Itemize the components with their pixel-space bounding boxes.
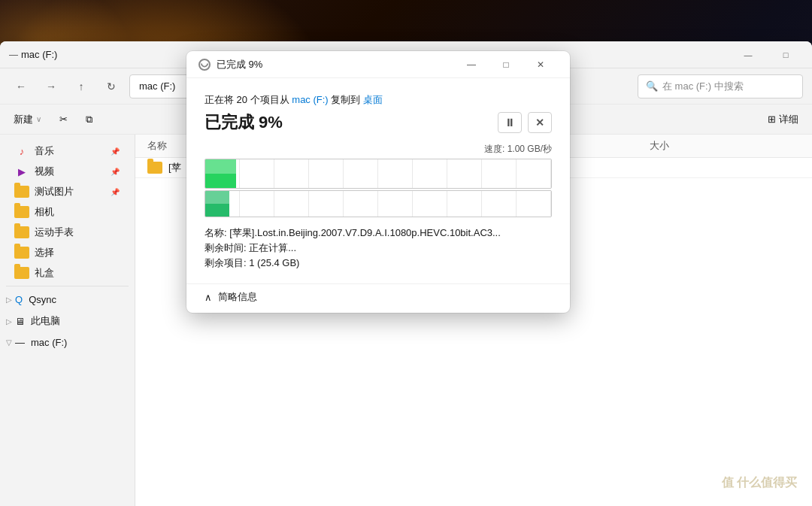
dialog-title-text: 已完成 9% [217, 58, 262, 71]
dialog-titlebar: 已完成 9% — □ ✕ [186, 51, 570, 78]
grid-cell [482, 159, 517, 188]
dialog-body: 正在将 20 个项目从 mac (F:) 复制到 桌面 已完成 9% ⏸ ✕ 速… [186, 78, 570, 283]
forward-button[interactable]: → [39, 74, 63, 98]
dialog-minimize-btn[interactable]: — [454, 53, 489, 77]
sidebar-divider-1 [6, 286, 129, 286]
pause-button[interactable]: ⏸ [498, 112, 522, 133]
folder-icon-row [147, 162, 162, 174]
watermark: 值 什么值得买 [722, 475, 797, 491]
cut-button[interactable]: ✂ [52, 111, 75, 128]
footer-label: 简略信息 [218, 290, 257, 304]
grid-cell-b [447, 191, 482, 217]
pin-icon-video: 📌 [111, 168, 120, 176]
folder-icon-camera [15, 205, 29, 219]
dialog-footer[interactable]: ∧ 简略信息 [186, 283, 570, 313]
grid-cell-b [517, 191, 551, 217]
sidebar-item-watch[interactable]: 运动手表 [3, 223, 132, 242]
folder-icon-gift [15, 266, 29, 280]
sidebar-section-mac[interactable]: ▽ — mac (F:) [0, 332, 135, 353]
grid-cell-b [378, 191, 413, 217]
explorer-titlebar-controls: — □ [731, 43, 803, 67]
dialog-controls: — □ ✕ [454, 53, 558, 77]
progress-fill-highlight-b [205, 191, 229, 204]
grid-cell [240, 159, 274, 188]
pc-icon: 🖥 [15, 316, 25, 327]
progress-fill-bottom [205, 191, 229, 217]
source-link[interactable]: mac (F:) [292, 94, 328, 105]
grid-cell [274, 159, 309, 188]
grid-lines-bottom [205, 191, 551, 217]
grid-cell-b [240, 191, 274, 217]
grid-cell [378, 159, 413, 188]
qsync-icon: Q [15, 294, 23, 305]
dest-link[interactable]: 桌面 [363, 94, 383, 105]
dialog-info: 名称: [苹果].Lost.in.Beijing.2007.V7.D9.A.I.… [205, 226, 552, 270]
search-icon: 🔍 [646, 80, 658, 92]
expand-icon-pc: ▷ [6, 317, 12, 326]
info-name-row: 名称: [苹果].Lost.in.Beijing.2007.V7.D9.A.I.… [205, 226, 552, 240]
grid-cell [447, 159, 482, 188]
spinner-icon [198, 59, 211, 71]
music-icon: ♪ [15, 144, 29, 158]
search-bar[interactable]: 🔍 在 mac (F:) 中搜索 [638, 74, 803, 98]
sidebar: ♪ 音乐 📌 ▶ 视频 📌 测试图片 📌 相机 [0, 135, 135, 506]
items-value: 1 (25.4 GB) [249, 257, 299, 268]
explorer-title-text: mac (F:) [21, 49, 57, 60]
explorer-maximize-btn[interactable]: □ [768, 43, 803, 67]
progress-container: 速度: 1.00 GB/秒 [205, 143, 552, 217]
details-icon: ⊞ [768, 114, 776, 125]
back-button[interactable]: ← [9, 74, 33, 98]
speed-label: 速度: 1.00 GB/秒 [205, 143, 552, 156]
dialog-subtitle: 正在将 20 个项目从 mac (F:) 复制到 桌面 [205, 93, 552, 107]
info-time-row: 剩余时间: 正在计算... [205, 241, 552, 255]
folder-icon-test [15, 185, 29, 198]
cut-icon: ✂ [59, 114, 68, 125]
sidebar-item-select[interactable]: 选择 [3, 243, 132, 262]
grid-cell [344, 159, 378, 188]
sidebar-item-gift[interactable]: 礼盒 [3, 263, 132, 283]
expand-icon-mac: ▽ [6, 338, 12, 347]
sidebar-item-video[interactable]: ▶ 视频 📌 [3, 162, 132, 181]
time-label: 剩余时间: [205, 242, 247, 253]
progress-bar-top [205, 159, 552, 189]
new-button[interactable]: 新建 ∨ [6, 110, 49, 129]
details-button[interactable]: ⊞ 详细 [760, 110, 806, 129]
dialog-close-btn[interactable]: ✕ [523, 53, 558, 77]
grid-cell [413, 159, 447, 188]
grid-cell [517, 159, 551, 188]
copy-button[interactable]: ⧉ [78, 111, 100, 129]
sidebar-item-music[interactable]: ♪ 音乐 📌 [3, 141, 132, 161]
copy-dialog: 已完成 9% — □ ✕ 正在将 20 个项目从 mac (F:) 复制到 桌面… [186, 51, 570, 313]
dialog-maximize-btn[interactable]: □ [489, 53, 523, 77]
sidebar-item-test-images[interactable]: 测试图片 📌 [3, 182, 132, 201]
grid-cell [309, 159, 344, 188]
progress-fill-top [205, 159, 236, 188]
time-value: 正在计算... [249, 242, 296, 253]
items-label: 剩余项目: [205, 257, 247, 268]
name-value: [苹果].Lost.in.Beijing.2007.V7.D9.A.I.1080… [229, 227, 501, 238]
video-icon: ▶ [15, 165, 29, 178]
explorer-minimize-btn[interactable]: — [731, 43, 765, 67]
sidebar-item-camera[interactable]: 相机 [3, 202, 132, 222]
folder-icon-watch [15, 226, 29, 239]
sidebar-section-pc[interactable]: ▷ 🖥 此电脑 [0, 310, 135, 332]
grid-cell-b [274, 191, 309, 217]
grid-cell-b [344, 191, 378, 217]
sidebar-section-qsync[interactable]: ▷ Q Qsync [0, 289, 135, 310]
copy-icon: ⧉ [86, 114, 92, 126]
explorer-title-icon: — [9, 50, 18, 60]
pin-icon-test: 📌 [111, 188, 120, 196]
progress-fill-highlight [205, 159, 236, 174]
stop-button[interactable]: ✕ [528, 112, 552, 133]
up-button[interactable]: ↑ [69, 74, 93, 98]
dialog-inner-controls: ⏸ ✕ [498, 112, 552, 133]
expand-icon-qsync: ▷ [6, 295, 12, 304]
refresh-button[interactable]: ↻ [99, 74, 123, 98]
grid-cell-b [413, 191, 447, 217]
name-label: 名称: [205, 227, 227, 238]
grid-lines-top [205, 159, 551, 188]
grid-cell-b [309, 191, 344, 217]
progress-bar-bottom [205, 190, 552, 217]
collapse-chevron: ∧ [205, 292, 212, 303]
info-items-row: 剩余项目: 1 (25.4 GB) [205, 256, 552, 270]
